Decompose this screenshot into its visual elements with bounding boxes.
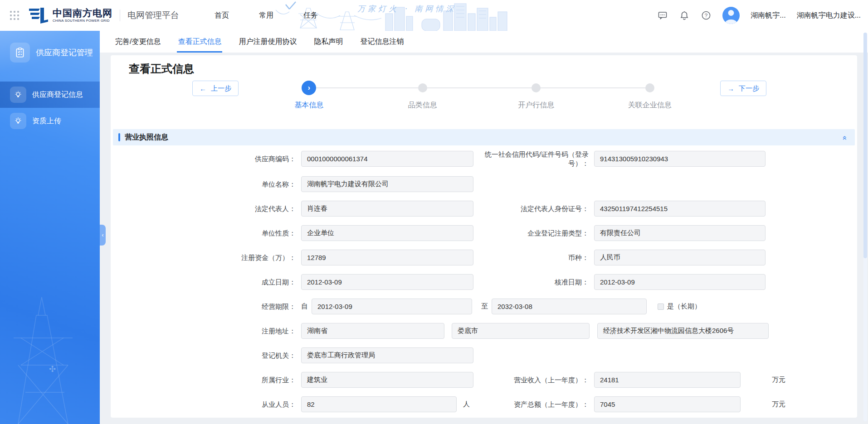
collapse-section-icon[interactable]: « [841, 135, 849, 139]
approve-date-input[interactable]: 2012-03-09 [594, 274, 766, 290]
step-category-info[interactable]: 品类信息 [366, 81, 480, 110]
logo-subtitle: CHINA SOUTHERN POWER GRID [53, 19, 112, 23]
header-right-tools: ? 湖南帆宇... 湖南帆宇电力建设... [639, 0, 868, 31]
form-row: 登记机关： 娄底市工商行政管理局 [111, 347, 857, 363]
sidebar-item-supplier-info[interactable]: 供应商登记信息 [0, 82, 100, 108]
sidebar-item-label: 供应商登记信息 [32, 90, 83, 100]
user-organization[interactable]: 湖南帆宇电力建设... [797, 11, 861, 20]
company-name-label: 单位名称： [111, 180, 301, 189]
revenue-label: 营业收入（上一年度）： [473, 376, 594, 385]
logo-title: 中国南方电网 [53, 8, 112, 18]
form-row-business-term: 经营期限： 自 2012-03-09 至 2032-03-08 是（长期） [111, 299, 857, 314]
tab-bar: 完善/变更信息 查看正式信息 用户注册使用协议 隐私声明 登记信息注销 [100, 31, 868, 53]
form-row: 供应商编码： 0001000000061374 统一社会信用代码/证件号码（登录… [111, 150, 857, 168]
form-row: 所属行业： 建筑业 营业收入（上一年度）： 24181 万元 [111, 372, 857, 388]
form-row: 从业人员： 82 人 资产总额（上一年度）： 7045 万元 [111, 396, 857, 412]
platform-title: 电网管理平台 [127, 10, 179, 21]
reg-authority-input[interactable]: 娄底市工商行政管理局 [301, 347, 473, 363]
approve-date-label: 核准日期： [473, 278, 594, 287]
tab-view-formal-info[interactable]: 查看正式信息 [178, 31, 221, 53]
scrollbar[interactable] [863, 33, 867, 421]
sidebar-item-label: 资质上传 [32, 116, 61, 126]
tab-improve-change-info[interactable]: 完善/变更信息 [115, 31, 161, 53]
company-name-input[interactable]: 湖南帆宇电力建设有限公司 [301, 176, 473, 192]
assets-label: 资产总额（上一年度）： [473, 400, 594, 409]
employees-label: 从业人员： [111, 400, 301, 409]
step-basic-info[interactable]: › 基本信息 [252, 81, 366, 110]
app-launcher-icon[interactable] [10, 11, 19, 20]
longterm-checkbox[interactable] [658, 304, 664, 310]
term-from-input[interactable]: 2012-03-09 [312, 299, 472, 314]
stepper: ← 上一步 › 基本信息 品类信息 [192, 81, 766, 110]
step-label: 品类信息 [408, 101, 437, 110]
supplier-code-input[interactable]: 0001000000061374 [301, 151, 473, 167]
csg-logo-mark-icon [28, 7, 49, 24]
step-dot [532, 83, 541, 92]
step-label: 基本信息 [294, 101, 323, 110]
address-city-input[interactable]: 娄底市 [452, 323, 590, 339]
business-license-form: 供应商编码： 0001000000061374 统一社会信用代码/证件号码（登录… [111, 150, 857, 412]
page-title: 查看正式信息 [129, 62, 857, 76]
notification-bell-icon[interactable] [679, 10, 690, 21]
longterm-label: 是（长期） [667, 302, 701, 311]
nav-tasks[interactable]: 任务 [303, 11, 318, 20]
reg-type-input[interactable]: 有限责任公司 [594, 225, 766, 241]
tab-privacy-statement[interactable]: 隐私声明 [314, 31, 343, 53]
section-header-business-license: 营业执照信息 « [113, 129, 855, 145]
sidebar-group-supplier-registration[interactable]: 供应商登记管理 [0, 31, 100, 63]
step-dot [418, 83, 427, 92]
term-to-label: 至 [481, 302, 488, 311]
tower-decoration [0, 288, 100, 424]
credit-code-label: 统一社会信用代码/证件号码（登录号）： [473, 150, 594, 168]
org-nature-label: 单位性质： [111, 229, 301, 238]
prev-step-button[interactable]: ← 上一步 [192, 81, 239, 96]
legal-rep-id-input[interactable]: 432501197412254515 [594, 201, 766, 217]
help-icon[interactable]: ? [701, 10, 712, 21]
bulb-icon [10, 113, 26, 129]
sidebar-menu: 供应商登记信息 资质上传 [0, 82, 100, 134]
form-row-reg-address: 注册地址： 湖南省 娄底市 经济技术开发区湘中物流园信息大楼2606号 [111, 323, 857, 339]
content-card: 查看正式信息 ← 上一步 › 基本信息 品类信息 [111, 55, 857, 418]
nav-home[interactable]: 首页 [215, 11, 229, 20]
assets-input[interactable]: 7045 [594, 396, 741, 412]
step-label: 关联企业信息 [628, 101, 672, 110]
credit-code-input[interactable]: 914313005910230943 [594, 151, 766, 167]
address-detail-input[interactable]: 经济技术开发区湘中物流园信息大楼2606号 [597, 323, 769, 339]
arrow-right-icon: → [727, 85, 734, 92]
org-nature-input[interactable]: 企业单位 [301, 225, 473, 241]
content-area: 查看正式信息 ← 上一步 › 基本信息 品类信息 [100, 53, 868, 424]
sidebar-collapse-handle[interactable]: ‹ [100, 225, 106, 246]
address-province-input[interactable]: 湖南省 [301, 323, 444, 339]
form-row: 单位名称： 湖南帆宇电力建设有限公司 [111, 176, 857, 192]
business-term-label: 经营期限： [111, 302, 301, 311]
nav-common[interactable]: 常用 [259, 11, 273, 20]
next-step-button[interactable]: → 下一步 [720, 81, 766, 96]
scrollbar-thumb[interactable] [863, 33, 867, 258]
section-accent-bar [118, 133, 120, 141]
top-header: 中国南方电网 CHINA SOUTHERN POWER GRID 电网管理平台 … [0, 0, 868, 31]
step-related-enterprise-info[interactable]: 关联企业信息 [593, 81, 707, 110]
user-avatar[interactable] [722, 7, 740, 24]
industry-input[interactable]: 建筑业 [301, 372, 473, 388]
message-icon[interactable] [657, 10, 668, 21]
employees-input[interactable]: 82 [301, 396, 457, 412]
tab-registration-cancellation[interactable]: 登记信息注销 [360, 31, 404, 53]
step-list: › 基本信息 品类信息 开户行信息 关联企 [252, 81, 707, 110]
term-from-label: 自 [301, 302, 308, 311]
step-bank-info[interactable]: 开户行信息 [479, 81, 593, 110]
currency-input[interactable]: 人民币 [594, 250, 766, 265]
tab-user-agreement[interactable]: 用户注册使用协议 [239, 31, 297, 53]
revenue-input[interactable]: 24181 [594, 372, 741, 388]
term-to-input[interactable]: 2032-03-08 [492, 299, 647, 314]
user-name[interactable]: 湖南帆宇... [751, 11, 785, 20]
currency-label: 币种： [473, 253, 594, 262]
reg-capital-label: 注册资金（万）： [111, 253, 301, 262]
sidebar-item-qualification-upload[interactable]: 资质上传 [0, 108, 100, 134]
establish-date-label: 成立日期： [111, 278, 301, 287]
establish-date-input[interactable]: 2012-03-09 [301, 274, 473, 290]
legal-rep-input[interactable]: 肖连春 [301, 201, 473, 217]
sidebar: 供应商登记管理 供应商登记信息 资质上传 [0, 31, 100, 424]
industry-label: 所属行业： [111, 376, 301, 385]
reg-capital-input[interactable]: 12789 [301, 250, 473, 265]
revenue-unit: 万元 [772, 376, 857, 384]
